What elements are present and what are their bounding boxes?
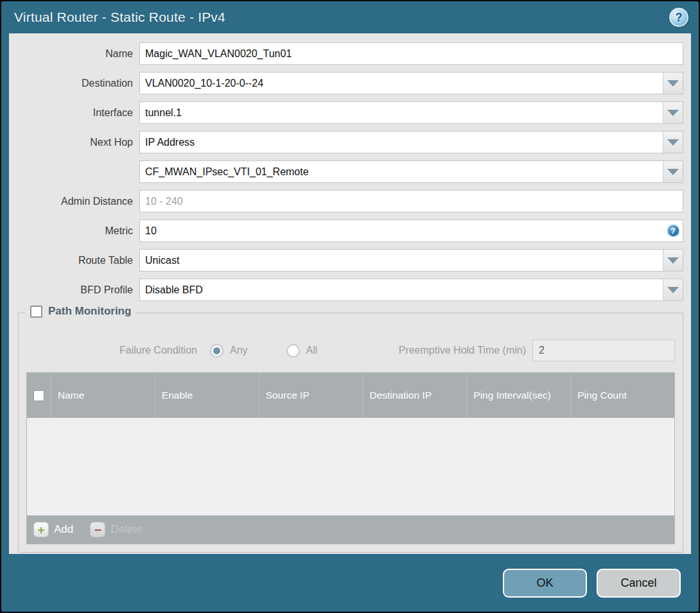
- cancel-button[interactable]: Cancel: [597, 569, 681, 598]
- add-icon: +: [33, 522, 49, 537]
- interface-dropdown-button[interactable]: [663, 102, 683, 123]
- route-table-field-wrap: [139, 249, 683, 272]
- admin-distance-input[interactable]: [140, 191, 683, 212]
- add-button[interactable]: + Add: [33, 522, 73, 537]
- bfd-profile-dropdown-button[interactable]: [663, 279, 683, 300]
- next-hop-address-row: [9, 160, 683, 183]
- admin-distance-label: Admin Distance: [9, 196, 139, 207]
- delete-button-label: Delete: [110, 523, 142, 536]
- column-header-name[interactable]: Name: [51, 373, 155, 418]
- bfd-profile-label: BFD Profile: [9, 284, 139, 296]
- admin-distance-field-wrap: [139, 190, 683, 212]
- path-monitoring-legend: Path Monitoring: [25, 305, 136, 318]
- help-icon[interactable]: ?: [669, 8, 688, 27]
- dialog-titlebar: Virtual Router - Static Route - IPv4 ?: [1, 1, 699, 33]
- path-monitoring-table: Name Enable Source IP Destination IP Pin…: [26, 372, 675, 544]
- chevron-down-icon: [667, 257, 679, 264]
- name-input[interactable]: [140, 43, 683, 64]
- bfd-profile-field-wrap: [139, 279, 683, 301]
- failure-condition-all-label: All: [306, 345, 318, 356]
- admin-distance-row: Admin Distance: [9, 190, 683, 212]
- select-all-cell: [27, 373, 51, 418]
- radio-dot: [290, 347, 297, 354]
- add-button-label: Add: [54, 523, 73, 536]
- column-header-ping-interval[interactable]: Ping Interval(sec): [466, 373, 570, 418]
- chevron-down-icon: [667, 139, 679, 146]
- destination-dropdown-button[interactable]: [663, 73, 683, 94]
- interface-input[interactable]: [140, 102, 663, 123]
- preemptive-hold-time-label: Preemptive Hold Time (min): [399, 345, 526, 356]
- failure-condition-any-radio[interactable]: [210, 344, 223, 358]
- dialog-footer: OK Cancel: [1, 554, 699, 612]
- column-header-enable[interactable]: Enable: [155, 373, 259, 418]
- name-label: Name: [9, 48, 139, 60]
- failure-condition-row: Failure Condition Any All Preemptive Hol…: [26, 339, 675, 362]
- destination-row: Destination: [9, 72, 683, 94]
- path-monitoring-checkbox[interactable]: [30, 306, 42, 318]
- failure-condition-all-radio[interactable]: [286, 344, 300, 358]
- path-monitoring-group: Path Monitoring Failure Condition Any Al…: [18, 313, 683, 553]
- route-table-row: Route Table: [9, 249, 683, 272]
- failure-condition-label: Failure Condition: [119, 345, 197, 356]
- route-table-dropdown-button[interactable]: [663, 250, 683, 271]
- route-table-input[interactable]: [140, 250, 663, 271]
- destination-label: Destination: [9, 78, 139, 89]
- interface-row: Interface: [9, 101, 683, 124]
- destination-input[interactable]: [140, 73, 663, 94]
- delete-icon: −: [90, 522, 105, 537]
- delete-button[interactable]: − Delete: [90, 522, 142, 537]
- metric-label: Metric: [9, 225, 139, 237]
- table-header-row: Name Enable Source IP Destination IP Pin…: [27, 373, 674, 418]
- path-monitoring-title: Path Monitoring: [48, 305, 131, 318]
- chevron-down-icon: [667, 110, 679, 116]
- next-hop-dropdown-button[interactable]: [663, 132, 683, 153]
- dialog-title: Virtual Router - Static Route - IPv4: [14, 10, 225, 25]
- bfd-profile-row: BFD Profile: [9, 279, 683, 301]
- next-hop-address-input[interactable]: [140, 161, 663, 182]
- next-hop-address-dropdown-button[interactable]: [663, 161, 683, 182]
- dialog-content: Name Destination Interface: [9, 33, 691, 554]
- next-hop-row: Next Hop: [9, 131, 683, 153]
- metric-help-icon[interactable]: ?: [667, 224, 680, 237]
- metric-input[interactable]: [140, 220, 663, 241]
- static-route-dialog: Virtual Router - Static Route - IPv4 ? N…: [0, 0, 700, 613]
- failure-condition-any-label: Any: [230, 345, 248, 356]
- preemptive-hold-time-input[interactable]: [532, 340, 675, 361]
- column-header-source-ip[interactable]: Source IP: [259, 373, 363, 418]
- chevron-down-icon: [667, 169, 679, 175]
- column-header-destination-ip[interactable]: Destination IP: [362, 373, 466, 418]
- table-body-empty[interactable]: [27, 418, 674, 515]
- next-hop-address-field-wrap: [139, 160, 683, 183]
- bfd-profile-input[interactable]: [140, 279, 663, 300]
- route-table-label: Route Table: [9, 255, 139, 266]
- ok-button[interactable]: OK: [503, 569, 587, 598]
- next-hop-label: Next Hop: [9, 137, 139, 148]
- select-all-checkbox[interactable]: [33, 390, 44, 401]
- table-footer-toolbar: + Add − Delete: [27, 515, 674, 544]
- next-hop-type-input[interactable]: [140, 132, 663, 153]
- metric-field-wrap: ?: [139, 220, 683, 242]
- chevron-down-icon: [667, 287, 679, 293]
- column-header-ping-count[interactable]: Ping Count: [570, 373, 674, 418]
- next-hop-field-wrap: [139, 131, 683, 153]
- destination-field-wrap: [139, 72, 683, 94]
- chevron-down-icon: [667, 80, 679, 87]
- interface-field-wrap: [139, 101, 683, 124]
- metric-row: Metric ?: [9, 220, 683, 242]
- interface-label: Interface: [9, 107, 139, 119]
- name-field-wrap: [139, 42, 683, 65]
- radio-dot: [213, 347, 220, 354]
- name-row: Name: [9, 42, 683, 65]
- metric-help-wrap: ?: [663, 220, 683, 241]
